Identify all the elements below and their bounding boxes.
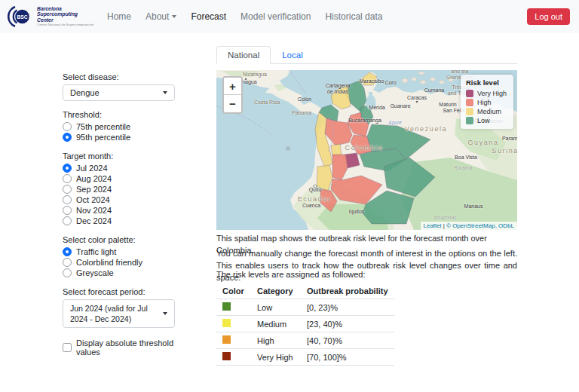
risk-table-body: Low[0, 23)%Medium[23, 40)%High[40, 70)%V…	[216, 299, 394, 366]
map-label-colombia: Colombia	[345, 144, 384, 152]
map-zoom-control: + −	[222, 76, 243, 114]
tab-local[interactable]: Local	[271, 46, 314, 64]
map-label-amazonas: Amazonas	[433, 215, 457, 220]
table-row-high: High[40, 70)%	[216, 332, 394, 349]
probability-cell: [40, 70)%	[301, 332, 394, 349]
radio-unchecked[interactable]	[63, 185, 72, 194]
palette-options: Traffic lightColorblind friendlyGreyscal…	[63, 247, 175, 278]
table-row-medium: Medium[23, 40)%	[216, 316, 394, 332]
legend-swatch	[466, 117, 473, 124]
option-label: Traffic light	[76, 247, 116, 256]
table-row-very-high: Very High[70, 100]%	[216, 349, 394, 366]
radio-checked[interactable]	[63, 133, 72, 142]
palette-option-colorblind-friendly[interactable]: Colorblind friendly	[63, 257, 175, 268]
radio-unchecked[interactable]	[63, 174, 72, 183]
chevron-down-icon	[163, 312, 167, 315]
target-month-options: Jul 2024Aug 2024Sep 2024Oct 2024Nov 2024…	[63, 163, 175, 226]
probability-cell: [23, 40)%	[301, 316, 394, 332]
radio-checked[interactable]	[63, 247, 72, 256]
disease-label: Select disease:	[63, 72, 175, 81]
legend-swatch	[466, 90, 473, 97]
chevron-down-icon	[163, 91, 167, 94]
category-cell: Low	[251, 299, 301, 316]
target-month-label: Target month:	[63, 152, 175, 161]
bsc-logo[interactable]: BSC Barcelona Supercomputing Center Cent…	[8, 4, 96, 29]
checkbox-unchecked[interactable]	[63, 343, 72, 352]
map-label-quito: Quito	[309, 187, 322, 193]
radio-unchecked[interactable]	[63, 122, 72, 131]
target-month-option-aug-2024[interactable]: Aug 2024	[63, 173, 175, 184]
legend-items: Very HighHighMediumLow	[466, 89, 507, 125]
absolute-threshold-label: Display absolute threshold values	[76, 338, 175, 357]
threshold-option-95th-percentile[interactable]: 95th percentile	[63, 132, 175, 142]
options-sidebar: Select disease: Dengue Threshold: 75th p…	[63, 72, 175, 357]
table-row-low: Low[0, 23)%	[216, 299, 394, 316]
legend-swatch	[466, 108, 473, 115]
map-label-suriname: Suriname	[492, 147, 517, 155]
forecast-period-select[interactable]: Jun 2024 (valid for Jul 2024 - Dec 2024)	[63, 299, 175, 328]
option-label: Colorblind friendly	[76, 258, 142, 267]
nav-item-model-verification[interactable]: Model verification	[240, 11, 311, 22]
map-label-roraima: Roraima	[454, 165, 473, 170]
legend-item-very-high: Very High	[466, 89, 507, 98]
nav-item-forecast[interactable]: Forecast	[191, 11, 226, 22]
nav-item-historical-data[interactable]: Historical data	[325, 11, 382, 22]
absolute-threshold-toggle[interactable]: Display absolute threshold values	[63, 338, 175, 357]
color-swatch	[222, 352, 231, 360]
option-label: Oct 2024	[76, 195, 110, 204]
osm-link[interactable]: © OpenStreetMap, ODbL	[446, 222, 514, 229]
legend-label: Medium	[477, 108, 501, 115]
radio-unchecked[interactable]	[63, 216, 72, 225]
legend-label: Very High	[477, 90, 507, 97]
map-label-ecuador: Ecuador	[298, 195, 332, 203]
bsc-logo-icon: BSC	[8, 4, 33, 29]
map-label-venezuela: Venezuela	[405, 125, 447, 133]
table-intro: The risk levels are assigned as followed…	[216, 269, 517, 281]
legend-swatch	[466, 99, 473, 106]
map-label-caracas: Caracas	[407, 95, 427, 101]
option-label: Greyscale	[76, 268, 114, 277]
legend-item-low: Low	[466, 116, 507, 125]
target-month-option-dec-2024[interactable]: Dec 2024	[63, 216, 175, 226]
nav-item-about[interactable]: About	[146, 11, 176, 22]
risk-levels-table: Color Category Outbreak probability Low[…	[216, 283, 394, 366]
category-cell: Medium	[251, 316, 301, 332]
option-label: 95th percentile	[76, 133, 130, 142]
map-label-maturin: Maturin	[439, 102, 456, 108]
radio-checked[interactable]	[63, 164, 72, 173]
radio-unchecked[interactable]	[63, 258, 72, 267]
radio-unchecked[interactable]	[63, 195, 72, 204]
color-swatch	[222, 319, 231, 327]
target-month-option-sep-2024[interactable]: Sep 2024	[63, 184, 175, 194]
target-month-option-jul-2024[interactable]: Jul 2024	[63, 163, 175, 173]
map-attribution: Leaflet | © OpenStreetMap, ODbL	[421, 222, 518, 230]
zoom-out-button[interactable]: −	[224, 95, 241, 112]
tab-national[interactable]: National	[216, 46, 271, 64]
nav-item-home[interactable]: Home	[107, 11, 131, 22]
disease-select[interactable]: Dengue	[63, 84, 175, 101]
col-header-color: Color	[216, 283, 251, 299]
map-label-m-rida: Mérida	[369, 105, 384, 111]
logo-line1: Barcelona	[37, 6, 93, 11]
option-label: Sep 2024	[76, 185, 112, 194]
color-swatch	[222, 302, 231, 311]
logout-button[interactable]: Log out	[527, 8, 570, 25]
map-label-apure: Apure	[388, 120, 401, 125]
zoom-in-button[interactable]: +	[224, 78, 241, 95]
radio-unchecked[interactable]	[63, 206, 72, 215]
legend-item-high: High	[466, 98, 507, 107]
logo-text: Barcelona Supercomputing Center Centro N…	[37, 6, 93, 27]
threshold-option-75th-percentile[interactable]: 75th percentile	[63, 121, 175, 132]
radio-unchecked[interactable]	[63, 268, 72, 277]
leaflet-link[interactable]: Leaflet	[424, 222, 442, 229]
risk-map[interactable]: NicaraguaManaguaCosta RicaColónPanamaCar…	[216, 70, 517, 230]
map-label-guyana: Guyana	[467, 139, 498, 146]
logo-acronym: BSC	[17, 14, 28, 20]
map-label-iquitos: Iquitos	[349, 209, 365, 215]
target-month-option-nov-2024[interactable]: Nov 2024	[63, 205, 175, 216]
legend-label: Low	[477, 117, 490, 124]
palette-option-greyscale[interactable]: Greyscale	[63, 268, 175, 278]
target-month-option-oct-2024[interactable]: Oct 2024	[63, 194, 175, 205]
option-label: Jul 2024	[76, 164, 108, 173]
palette-option-traffic-light[interactable]: Traffic light	[63, 247, 175, 257]
